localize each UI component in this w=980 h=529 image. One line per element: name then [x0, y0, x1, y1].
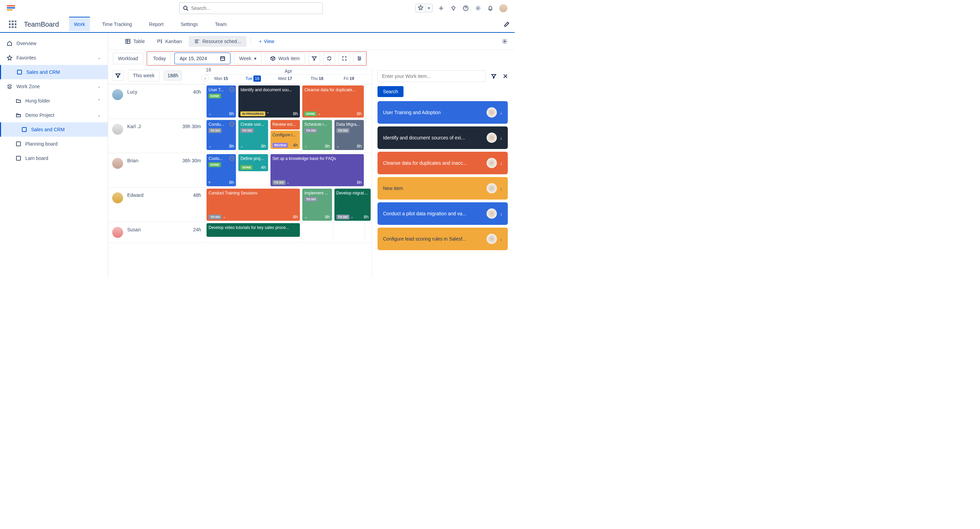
toolbar: Workload Today Apr 15, 2024 Week ▾ Work …: [108, 50, 515, 67]
work-item-card[interactable]: User Training and Adoption↓: [377, 101, 508, 124]
refresh-icon: [326, 56, 332, 61]
day-col-fri: Fri 19: [333, 75, 365, 83]
sliders-button[interactable]: [353, 52, 365, 64]
task-card[interactable]: ! Condu... TO DO ⌄8h: [207, 120, 236, 150]
chevron-down-icon: ▾: [425, 5, 432, 11]
work-item-card[interactable]: Configure lead scoring rules in Salesf..…: [377, 227, 508, 250]
nav-report[interactable]: Report: [144, 17, 168, 31]
user-avatar[interactable]: [499, 4, 508, 13]
task-card[interactable]: Develop video tutorials for key sales pr…: [207, 223, 300, 237]
avatar: [112, 192, 123, 203]
apps-menu[interactable]: [9, 21, 16, 28]
panel-filter-button[interactable]: [490, 72, 498, 80]
svg-rect-9: [221, 57, 225, 60]
day-col-thu: Thu 18: [301, 75, 333, 83]
week-selector[interactable]: Week ▾: [234, 52, 262, 64]
avatar: [112, 124, 123, 135]
add-view-button[interactable]: + View: [255, 36, 278, 47]
add-button[interactable]: [438, 5, 445, 12]
avatar: [487, 133, 497, 143]
task-card[interactable]: Identify and document sou... IN PROGRESS…: [238, 86, 300, 118]
chevron-down-icon: ▾: [254, 56, 256, 61]
panel-close-button[interactable]: [502, 72, 509, 80]
chevron-down-icon[interactable]: ⌄: [223, 215, 226, 219]
task-card[interactable]: ! User T... DONE ⌄8h: [207, 86, 236, 118]
search-button[interactable]: Search: [377, 86, 404, 97]
global-search[interactable]: [179, 2, 323, 14]
chevron-down-icon[interactable]: ⌄: [350, 215, 353, 219]
avatar: [487, 158, 497, 168]
chevron-down-icon[interactable]: ⌄: [304, 215, 307, 219]
sidebar-overview[interactable]: Overview: [0, 36, 108, 51]
avatar: [112, 158, 123, 169]
task-card[interactable]: Define proj... DONE4h: [238, 154, 268, 171]
nav-team[interactable]: Team: [210, 17, 231, 31]
chevron-down-icon[interactable]: ⌄: [318, 112, 321, 116]
workload-button[interactable]: Workload: [113, 52, 143, 64]
task-card[interactable]: Implement ... TO DO ⌄8h: [302, 189, 332, 221]
menu-icon[interactable]: ≡: [208, 180, 211, 184]
nav-settings[interactable]: Settings: [176, 17, 203, 31]
nav-time-tracking[interactable]: Time Tracking: [97, 17, 137, 31]
chevron-down-icon[interactable]: ⌄: [304, 144, 307, 148]
folder-open-icon: [16, 113, 21, 118]
task-card[interactable]: Cleanse data for duplicate... DONE ⌄8h: [302, 86, 364, 118]
work-item-button[interactable]: Work item: [265, 52, 305, 64]
person-row-edward: Edward 48h Conduct Training Sessions TO …: [108, 187, 372, 222]
chevron-down-icon: ⌄: [97, 56, 101, 60]
star-dropdown[interactable]: ▾: [415, 4, 433, 12]
chevron-down-icon[interactable]: ⌄: [336, 144, 339, 148]
date-picker[interactable]: Apr 15, 2024: [174, 52, 231, 64]
column-filter-button[interactable]: [112, 70, 124, 81]
sidebar-favorites[interactable]: Favorites ⌄: [0, 51, 108, 65]
fullscreen-button[interactable]: [339, 52, 350, 64]
plus-icon: [438, 5, 444, 11]
work-item-card[interactable]: New item↓: [377, 177, 508, 200]
this-week-button[interactable]: This week: [128, 70, 160, 81]
sidebar-demo-sales-crm[interactable]: Sales and CRM: [0, 122, 108, 137]
sidebar-fav-sales-crm[interactable]: Sales and CRM: [0, 65, 108, 79]
gear-icon: [502, 39, 508, 44]
chevron-down-icon[interactable]: ⌄: [208, 112, 211, 116]
sidebar-workzone[interactable]: Work Zone ⌄: [0, 79, 108, 94]
work-item-card[interactable]: Identify and document sources of exi...↓: [377, 126, 508, 149]
work-item-card[interactable]: Conduct a pilot data migration and va...…: [377, 202, 508, 225]
task-card[interactable]: Review exi...: [270, 120, 300, 130]
day-col-tue: Tue 16: [237, 75, 269, 83]
task-card[interactable]: Set up a knowledge base for FAQs TO DO ⌄…: [270, 154, 364, 186]
sidebar-planning-board[interactable]: Planning board: [0, 137, 108, 151]
sidebar-hung-folder[interactable]: Hung folder ⌃: [0, 94, 108, 108]
prev-period-button[interactable]: ‹: [201, 75, 209, 82]
task-card[interactable]: Develop migratio... TO DO ⌄8h: [334, 189, 371, 221]
task-card[interactable]: Configure l... REVIEW4h: [270, 130, 300, 149]
premium-button[interactable]: [450, 5, 457, 12]
today-button[interactable]: Today: [148, 52, 171, 64]
chevron-up-icon[interactable]: ⌃: [266, 112, 269, 116]
chevron-down-icon[interactable]: ⌄: [240, 144, 243, 148]
edit-button[interactable]: [503, 21, 511, 28]
help-button[interactable]: [462, 5, 469, 12]
sidebar-lam-board[interactable]: Lam board: [0, 151, 108, 165]
refresh-button[interactable]: [323, 52, 335, 64]
tab-kanban[interactable]: Kanban: [151, 36, 187, 47]
tab-table[interactable]: Table: [120, 36, 150, 47]
star-icon: [418, 5, 423, 10]
filter-button[interactable]: [309, 52, 320, 64]
chevron-down-icon[interactable]: ⌄: [208, 144, 211, 148]
work-item-card[interactable]: Cleanse data for duplicates and inacc...…: [377, 152, 508, 174]
task-card[interactable]: Schedule r... TO DO ⌄8h: [302, 120, 332, 150]
sidebar-demo-project[interactable]: Demo Project ⌄: [0, 108, 108, 122]
settings-button[interactable]: [474, 5, 482, 12]
task-card[interactable]: ! Custo... DONE ≡8h: [207, 154, 236, 186]
tab-resource-scheduler[interactable]: Resource sched...: [189, 36, 247, 47]
chevron-down-icon[interactable]: ⌄: [286, 180, 289, 184]
task-card[interactable]: Conduct Training Sessions TO DO ⌄8h: [207, 189, 300, 221]
main-nav: TeamBoard Work Time Tracking Report Sett…: [0, 16, 515, 33]
view-settings-button[interactable]: [501, 38, 509, 45]
notifications-button[interactable]: [487, 5, 494, 12]
task-card[interactable]: Create use... TO DO ⌄8h: [238, 120, 268, 150]
nav-work[interactable]: Work: [69, 17, 89, 31]
task-card[interactable]: Data Migra... TO DO ⌄8h: [334, 120, 364, 150]
work-item-search-input[interactable]: [377, 70, 486, 82]
search-input[interactable]: [191, 5, 319, 11]
